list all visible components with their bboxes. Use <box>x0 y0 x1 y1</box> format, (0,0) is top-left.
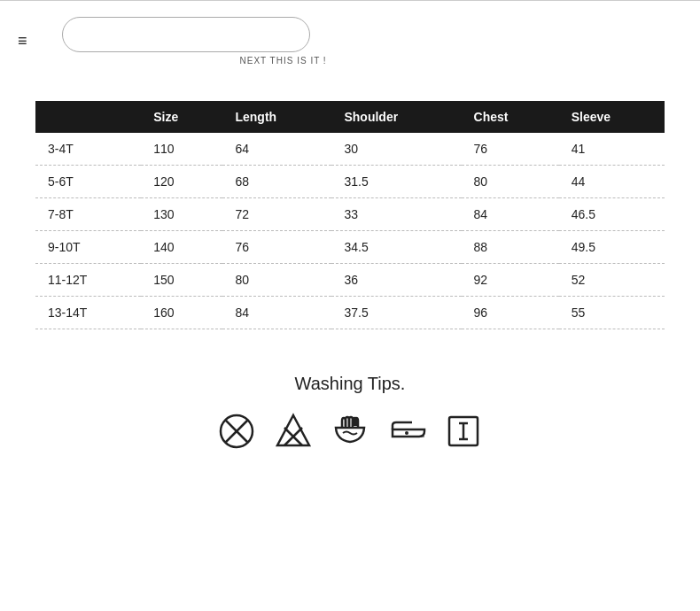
cell-shoulder: 37.5 <box>331 297 461 329</box>
cell-shoulder: 34.5 <box>331 231 461 264</box>
washing-title: Washing Tips. <box>35 374 665 394</box>
cell-chest: 84 <box>462 198 559 231</box>
cell-chest: 92 <box>462 264 559 297</box>
cell-age: 5-6T <box>35 166 141 198</box>
table-row: 13-14T 160 84 37.5 96 55 <box>35 297 665 329</box>
cell-length: 64 <box>222 133 331 166</box>
main-content: Size Length Shoulder Chest Sleeve 3-4T 1… <box>0 74 700 468</box>
size-table: Size Length Shoulder Chest Sleeve 3-4T 1… <box>35 101 665 329</box>
cell-shoulder: 36 <box>331 264 461 297</box>
cell-sleeve: 44 <box>559 166 665 198</box>
cell-chest: 88 <box>462 231 559 264</box>
cell-shoulder: 30 <box>331 133 461 166</box>
cell-size: 110 <box>141 133 222 166</box>
no-wash-icon <box>217 412 256 451</box>
top-bar <box>0 0 700 8</box>
hamburger-icon[interactable]: ≡ <box>18 32 27 50</box>
table-header-row: Size Length Shoulder Chest Sleeve <box>35 101 665 133</box>
table-row: 9-10T 140 76 34.5 88 49.5 <box>35 231 665 264</box>
cell-age: 11-12T <box>35 264 141 297</box>
cell-chest: 96 <box>462 297 559 329</box>
col-size: Size <box>141 101 222 133</box>
table-row: 7-8T 130 72 33 84 46.5 <box>35 198 665 231</box>
table-row: 11-12T 150 80 36 92 52 <box>35 264 665 297</box>
cell-size: 150 <box>141 264 222 297</box>
cell-size: 160 <box>141 297 222 329</box>
cell-size: 120 <box>141 166 222 198</box>
col-shoulder: Shoulder <box>331 101 461 133</box>
table-row: 3-4T 110 64 30 76 41 <box>35 133 665 166</box>
cell-length: 84 <box>222 297 331 329</box>
table-row: 5-6T 120 68 31.5 80 44 <box>35 166 665 198</box>
cell-shoulder: 33 <box>331 198 461 231</box>
cell-sleeve: 46.5 <box>559 198 665 231</box>
col-age <box>35 101 141 133</box>
svg-marker-3 <box>277 415 309 445</box>
cell-length: 80 <box>222 264 331 297</box>
col-length: Length <box>222 101 331 133</box>
iron-icon <box>387 412 426 451</box>
cell-age: 13-14T <box>35 297 141 329</box>
col-chest: Chest <box>462 101 559 133</box>
cell-size: 140 <box>141 231 222 264</box>
cell-chest: 76 <box>462 133 559 166</box>
cell-age: 3-4T <box>35 133 141 166</box>
cell-shoulder: 31.5 <box>331 166 461 198</box>
cell-sleeve: 52 <box>559 264 665 297</box>
cell-size: 130 <box>141 198 222 231</box>
cell-age: 7-8T <box>35 198 141 231</box>
washing-section: Washing Tips. <box>35 374 665 451</box>
col-sleeve: Sleeve <box>559 101 665 133</box>
cell-sleeve: 41 <box>559 133 665 166</box>
washing-icons <box>35 412 665 451</box>
dry-clean-icon <box>444 412 483 451</box>
header-row: ≡ NEXT THIS IS IT ! <box>0 8 700 74</box>
no-bleach-icon <box>274 412 313 451</box>
cell-chest: 80 <box>462 166 559 198</box>
cell-length: 68 <box>222 166 331 198</box>
cell-sleeve: 55 <box>559 297 665 329</box>
search-input[interactable] <box>62 17 310 52</box>
subtitle: NEXT THIS IS IT ! <box>240 56 327 66</box>
cell-length: 76 <box>222 231 331 264</box>
cell-age: 9-10T <box>35 231 141 264</box>
cell-sleeve: 49.5 <box>559 231 665 264</box>
cell-length: 72 <box>222 198 331 231</box>
hand-wash-icon <box>331 412 369 451</box>
svg-point-6 <box>405 431 408 435</box>
